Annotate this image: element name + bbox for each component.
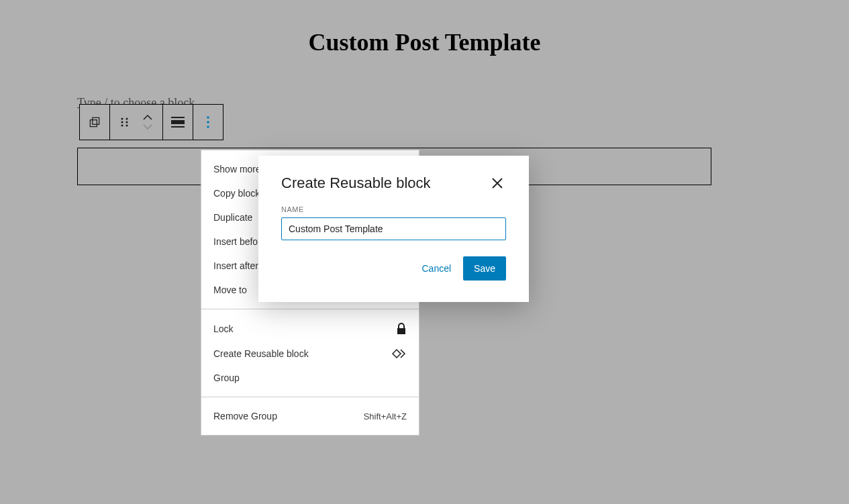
block-toolbar <box>79 104 223 140</box>
menu-label: Copy block <box>213 188 260 199</box>
svg-rect-0 <box>93 117 99 124</box>
svg-point-3 <box>126 117 128 119</box>
svg-rect-14 <box>397 328 405 334</box>
toolbar-group-options <box>193 105 223 140</box>
svg-point-7 <box>126 124 128 126</box>
toolbar-group-align <box>163 105 193 140</box>
cancel-button[interactable]: Cancel <box>419 258 454 279</box>
svg-rect-9 <box>171 120 185 124</box>
svg-point-11 <box>207 116 209 119</box>
toolbar-group-block-type <box>80 105 110 140</box>
block-type-icon[interactable] <box>87 114 103 130</box>
move-up-icon[interactable] <box>140 113 156 121</box>
menu-lock[interactable]: Lock <box>201 316 419 342</box>
svg-rect-10 <box>171 126 185 128</box>
svg-rect-1 <box>90 120 97 127</box>
name-label: NAME <box>281 205 506 213</box>
dialog-title: Create Reusable block <box>281 174 431 192</box>
menu-label: Insert after <box>213 260 258 271</box>
keyboard-shortcut: Shift+Alt+Z <box>364 411 407 421</box>
svg-point-13 <box>207 125 209 128</box>
page-title: Custom Post Template <box>0 0 849 56</box>
svg-point-6 <box>121 124 123 126</box>
svg-point-5 <box>126 121 128 123</box>
menu-label: Group <box>213 372 240 383</box>
toolbar-group-movers <box>110 105 163 140</box>
svg-point-12 <box>207 121 209 123</box>
reusable-icon <box>392 348 407 359</box>
move-down-icon[interactable] <box>140 123 156 131</box>
more-options-icon[interactable] <box>200 114 216 130</box>
close-icon[interactable] <box>490 176 506 192</box>
create-reusable-dialog: Create Reusable block NAME Cancel Save <box>258 156 529 302</box>
menu-label: Duplicate <box>213 212 252 223</box>
menu-create-reusable[interactable]: Create Reusable block <box>201 342 419 366</box>
save-button[interactable]: Save <box>463 256 506 281</box>
menu-label: Remove Group <box>213 411 277 421</box>
menu-label: Move to <box>213 285 247 295</box>
menu-remove-group[interactable]: Remove Group Shift+Alt+Z <box>201 404 419 428</box>
align-icon[interactable] <box>170 114 186 130</box>
lock-icon <box>396 323 407 335</box>
drag-handle-icon[interactable] <box>117 114 133 130</box>
menu-group[interactable]: Group <box>201 366 419 390</box>
svg-point-4 <box>121 121 123 123</box>
svg-point-2 <box>121 117 123 119</box>
svg-rect-8 <box>171 117 185 118</box>
menu-label: Lock <box>213 323 234 334</box>
name-input[interactable] <box>281 217 506 240</box>
menu-label: Create Reusable block <box>213 348 309 359</box>
